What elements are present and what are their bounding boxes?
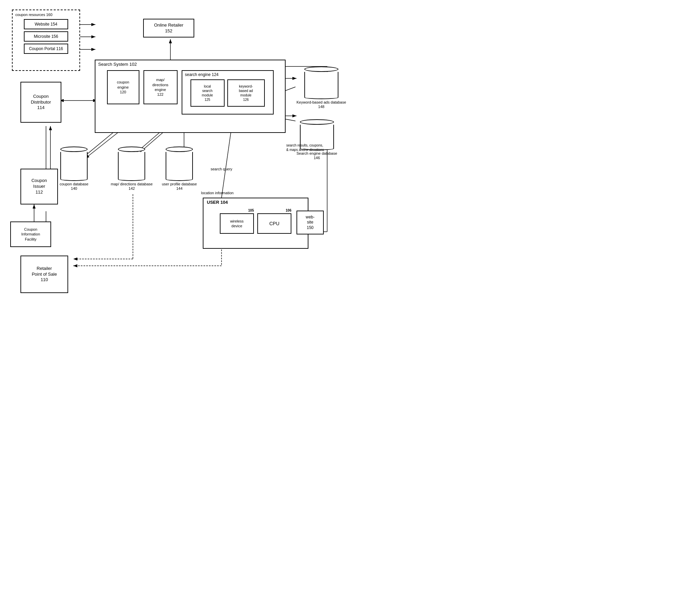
coupon-info-box: Coupon Information Facility (10, 222, 51, 247)
cpu-num: 106 (286, 208, 291, 213)
keyword-ad-label: keyword- based ad module 126 (239, 84, 253, 102)
coupon-resources-box: coupon resources 160 Website 154 Microsi… (12, 10, 80, 71)
coupon-db-shape (60, 147, 87, 181)
keyword-db-container: Keyword-based ads database 148 (297, 67, 346, 109)
local-search-box: local search module 125 (191, 79, 224, 107)
local-search-label: local search module 125 (202, 84, 213, 102)
map-db-label: map/ directions database (111, 182, 153, 186)
coupon-db-num: 140 (71, 186, 77, 191)
wireless-device-num: 105 (248, 208, 254, 213)
keyword-ad-box: keyword- based ad module 126 (227, 79, 265, 107)
diagram: coupon resources 160 Website 154 Microsi… (0, 0, 350, 306)
map-engine-label: map/ directions engine 122 (152, 77, 168, 97)
microsite-box: Microsite 156 (24, 31, 68, 42)
wireless-device-label: wireless device (230, 219, 244, 229)
coupon-db-container: coupon database 140 (60, 147, 88, 191)
website-box: Website 154 (24, 19, 68, 29)
cpu-label: CPU (269, 221, 279, 227)
wireless-device-box: wireless device (220, 213, 254, 234)
microsite-label: Microsite 156 (34, 34, 58, 40)
user-profile-db-num: 144 (176, 186, 182, 191)
keyword-db-label: Keyword-based ads database (297, 100, 346, 105)
coupon-portal-box: Coupon Portal 116 (24, 44, 68, 54)
coupon-distributor-box: Coupon Distributor 114 (20, 82, 61, 123)
coupon-issuer-box: Coupon Issuer 112 (20, 169, 58, 205)
search-engine-label: search engine 124 (184, 72, 219, 78)
coupon-issuer-label: Coupon Issuer 112 (31, 178, 47, 195)
map-engine-box: map/ directions engine 122 (143, 70, 178, 104)
coupon-resources-label: coupon resources 160 (14, 12, 53, 17)
search-system-box: Search System 102 coupon engine 120 map/… (95, 60, 286, 133)
keyword-db-shape (304, 67, 339, 99)
website-150-box: web- site 150 (297, 211, 324, 234)
search-engine-outer-box: search engine 124 local search module 12… (182, 70, 274, 114)
keyword-db-num: 148 (318, 105, 325, 109)
svg-line-16 (221, 126, 232, 198)
website-150-label: web- site 150 (306, 215, 315, 231)
user-profile-db-label: user profile database (162, 182, 197, 186)
online-retailer-label: Online Retailer 152 (154, 23, 183, 34)
retailer-pos-box: Retailer Point of Sale 110 (20, 255, 68, 293)
map-db-num: 142 (128, 186, 135, 191)
online-retailer-box: Online Retailer 152 (143, 19, 194, 38)
user-profile-db-container: user profile database 144 (162, 147, 197, 191)
search-engine-db-container: Search engine database 146 (297, 119, 337, 160)
retailer-pos-label: Retailer Point of Sale 110 (32, 266, 57, 283)
search-engine-db-num: 146 (314, 156, 320, 160)
coupon-engine-box: coupon engine 120 (107, 70, 139, 104)
search-system-label: Search System 102 (97, 62, 137, 68)
coupon-db-label: coupon database (60, 182, 88, 186)
user-label: USER 104 (205, 200, 228, 206)
coupon-engine-label: coupon engine 120 (117, 80, 129, 94)
user-profile-db-shape (166, 147, 193, 181)
coupon-portal-label: Coupon Portal 116 (29, 46, 63, 52)
user-box: USER 104 105 wireless device 106 CPU (203, 198, 308, 249)
search-query-label: search query (210, 167, 232, 171)
map-db-container: map/ directions database 142 (111, 147, 153, 191)
coupon-distributor-label: Coupon Distributor 114 (31, 94, 51, 111)
map-db-shape (118, 147, 145, 181)
location-info-label: location information (201, 191, 233, 195)
search-results-label: search results, coupons, & maps and/or d… (286, 143, 324, 152)
cpu-box: CPU (257, 213, 291, 234)
website-label: Website 154 (35, 22, 58, 27)
coupon-info-label: Coupon Information Facility (21, 227, 40, 241)
